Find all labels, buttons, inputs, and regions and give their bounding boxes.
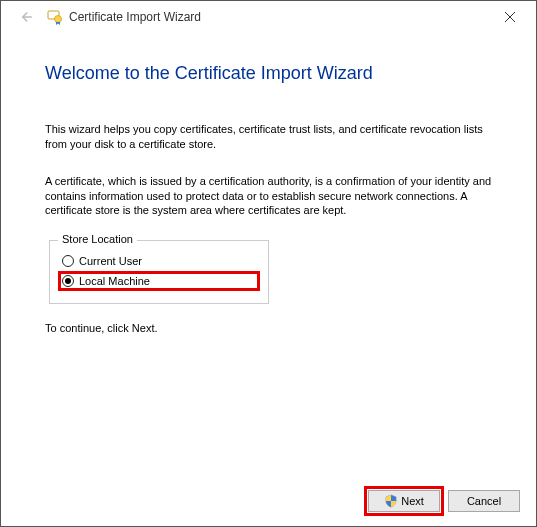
radio-current-user[interactable]: Current User [60,253,258,269]
uac-shield-icon [384,494,398,508]
window-title: Certificate Import Wizard [69,10,490,24]
cancel-button-label: Cancel [467,495,501,507]
back-arrow-icon [13,5,37,29]
next-button[interactable]: Next [368,490,440,512]
wizard-footer: Next Cancel [368,490,520,512]
radio-local-machine[interactable]: Local Machine [60,273,258,289]
next-button-label: Next [401,495,424,507]
wizard-content: Welcome to the Certificate Import Wizard… [1,33,536,334]
titlebar: Certificate Import Wizard [1,1,536,33]
svg-point-2 [55,16,62,23]
page-heading: Welcome to the Certificate Import Wizard [45,63,492,84]
radio-icon [62,275,74,287]
store-location-legend: Store Location [58,233,137,245]
continue-instruction: To continue, click Next. [45,322,492,334]
radio-label: Current User [79,255,142,267]
store-location-group: Store Location Current User Local Machin… [49,240,269,304]
cancel-button[interactable]: Cancel [448,490,520,512]
radio-icon [62,255,74,267]
close-button[interactable] [490,3,530,31]
intro-paragraph-2: A certificate, which is issued by a cert… [45,174,492,219]
certificate-icon [47,9,63,25]
radio-label: Local Machine [79,275,150,287]
intro-paragraph-1: This wizard helps you copy certificates,… [45,122,492,152]
